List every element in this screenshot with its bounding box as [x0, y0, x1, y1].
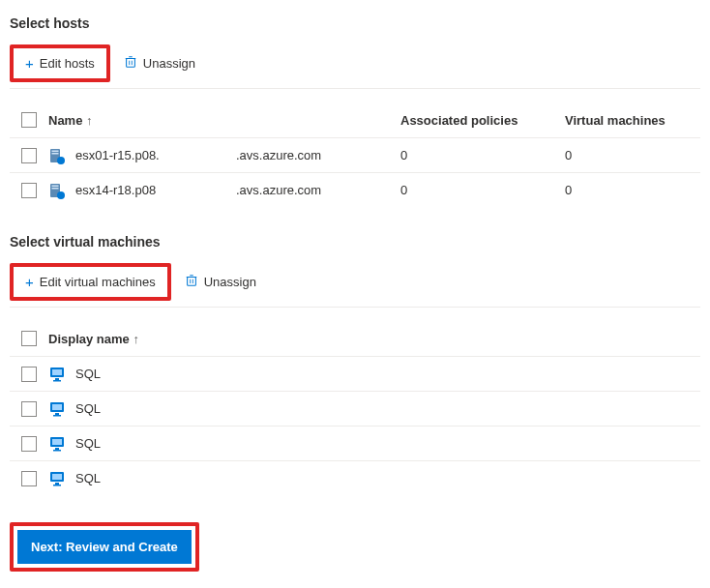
vms-section-title: Select virtual machines: [10, 234, 700, 250]
host-name: esx14-r18.p08: [75, 183, 156, 197]
host-policies: 0: [400, 148, 565, 162]
table-row: SQL: [10, 356, 700, 391]
vms-edit-highlight: + Edit virtual machines: [10, 263, 171, 301]
vm-icon: [48, 366, 66, 383]
plus-icon: +: [25, 56, 34, 71]
vm-name: SQL: [75, 367, 101, 381]
edit-hosts-button[interactable]: + Edit hosts: [15, 50, 104, 76]
next-review-create-button[interactable]: Next: Review and Create: [17, 530, 192, 564]
host-name: esx01-r15.p08.: [75, 148, 160, 162]
hosts-edit-highlight: + Edit hosts: [10, 44, 110, 82]
footer: Next: Review and Create: [10, 522, 700, 572]
row-checkbox[interactable]: [21, 367, 37, 382]
col-policies[interactable]: Associated policies: [400, 113, 565, 128]
vm-icon: [48, 435, 66, 453]
trash-icon: [185, 274, 198, 290]
row-checkbox[interactable]: [21, 436, 37, 452]
vm-icon: [48, 470, 66, 487]
unassign-vms-button[interactable]: Unassign: [175, 268, 266, 296]
table-row: SQL: [10, 391, 700, 426]
row-checkbox[interactable]: [21, 401, 37, 417]
svg-rect-16: [55, 413, 59, 415]
col-vms[interactable]: Virtual machines: [565, 113, 700, 128]
svg-rect-25: [53, 485, 61, 486]
edit-hosts-label: Edit hosts: [40, 56, 95, 71]
table-row: SQL: [10, 460, 700, 495]
svg-rect-6: [52, 185, 59, 187]
svg-rect-19: [52, 439, 62, 445]
vm-name: SQL: [75, 471, 101, 485]
next-button-highlight: Next: Review and Create: [10, 522, 199, 572]
host-domain: .avs.azure.com: [236, 183, 400, 197]
hosts-header-row: Name Associated policies Virtual machine…: [10, 103, 700, 137]
vms-grid: Display name SQL SQL SQL: [10, 321, 700, 495]
hosts-toolbar: + Edit hosts Unassign: [10, 44, 700, 89]
vm-icon: [48, 400, 66, 418]
svg-rect-23: [52, 474, 62, 480]
col-display-name[interactable]: Display name: [48, 332, 700, 346]
unassign-hosts-label: Unassign: [143, 56, 195, 71]
trash-icon: [124, 55, 137, 72]
table-row: esx01-r15.p08. .avs.azure.com 0 0: [10, 137, 700, 172]
vm-name: SQL: [75, 436, 101, 451]
svg-rect-11: [52, 369, 62, 375]
svg-rect-24: [55, 483, 59, 485]
svg-rect-15: [52, 404, 62, 410]
server-icon: [48, 182, 66, 199]
svg-rect-7: [52, 188, 59, 190]
unassign-hosts-button[interactable]: Unassign: [114, 49, 205, 77]
host-domain: .avs.azure.com: [236, 148, 400, 162]
host-vms: 0: [565, 148, 700, 162]
svg-rect-13: [53, 380, 61, 382]
server-icon: [48, 147, 66, 164]
unassign-vms-label: Unassign: [204, 275, 256, 289]
table-row: esx14-r18.p08 .avs.azure.com 0 0: [10, 172, 700, 207]
svg-rect-3: [52, 153, 59, 155]
vms-header-row: Display name: [10, 321, 700, 356]
svg-rect-2: [52, 150, 59, 152]
row-checkbox[interactable]: [21, 183, 37, 198]
svg-rect-0: [126, 59, 134, 68]
svg-rect-17: [53, 415, 61, 417]
svg-rect-12: [55, 378, 59, 380]
svg-rect-21: [53, 450, 61, 452]
vms-toolbar: + Edit virtual machines Unassign: [10, 263, 700, 308]
edit-vms-button[interactable]: + Edit virtual machines: [15, 269, 165, 295]
svg-rect-20: [55, 448, 59, 450]
svg-point-4: [57, 157, 65, 164]
row-checkbox[interactable]: [21, 148, 37, 163]
edit-vms-label: Edit virtual machines: [40, 275, 156, 289]
plus-icon: +: [25, 275, 34, 289]
svg-point-8: [57, 191, 65, 199]
host-policies: 0: [400, 183, 565, 197]
hosts-select-all-checkbox[interactable]: [21, 112, 37, 128]
row-checkbox[interactable]: [21, 471, 37, 486]
col-name[interactable]: Name: [48, 113, 236, 128]
host-vms: 0: [565, 183, 700, 197]
hosts-section-title: Select hosts: [10, 15, 700, 31]
vms-select-all-checkbox[interactable]: [21, 331, 37, 346]
svg-rect-9: [187, 278, 195, 286]
table-row: SQL: [10, 426, 700, 460]
hosts-grid: Name Associated policies Virtual machine…: [10, 103, 700, 207]
vm-name: SQL: [75, 401, 101, 416]
